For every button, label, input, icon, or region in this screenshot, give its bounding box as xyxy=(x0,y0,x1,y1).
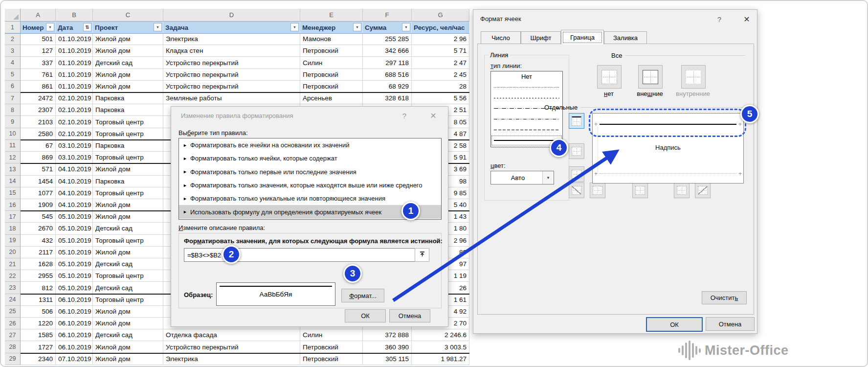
cell-F4[interactable]: 297 118 xyxy=(363,57,412,69)
cell-B10[interactable]: 02.10.2019 xyxy=(56,128,93,140)
cell-A9[interactable]: 2103 xyxy=(21,116,56,128)
cancel-button[interactable]: Отмена xyxy=(706,317,755,331)
row-number-21[interactable]: 21 xyxy=(5,258,21,270)
border-toggle-inner-vertical[interactable] xyxy=(632,183,648,198)
cell-A15[interactable]: 1077 xyxy=(21,187,56,199)
cell-B24[interactable]: 06.10.2019 xyxy=(56,294,93,306)
cancel-button[interactable]: Отмена xyxy=(389,309,430,322)
row-number-20[interactable]: 20 xyxy=(5,247,21,258)
filter-button-A[interactable]: ▼ xyxy=(46,23,54,31)
cell-A4[interactable]: 337 xyxy=(21,57,56,69)
cell-C2[interactable]: Жилой дом xyxy=(93,33,163,45)
cell-A13[interactable]: 571 xyxy=(21,163,56,175)
header-cell-F[interactable]: Сумма▼ xyxy=(363,22,412,33)
cell-A2[interactable]: 501 xyxy=(21,33,56,45)
cell-B21[interactable]: 05.10.2019 xyxy=(56,258,93,270)
filter-button-F[interactable]: ▼ xyxy=(402,23,410,31)
cell-B2[interactable]: 01.10.2019 xyxy=(56,33,93,45)
row-number-14[interactable]: 14 xyxy=(5,176,21,187)
column-letter-A[interactable]: A xyxy=(21,9,56,22)
filter-button-D[interactable]: ▼ xyxy=(290,23,299,31)
row-number-13[interactable]: 13 xyxy=(5,163,21,175)
cell-A10[interactable]: 2580 xyxy=(21,128,56,140)
help-icon[interactable]: ? xyxy=(397,112,412,120)
cell-A14[interactable]: 1454 xyxy=(21,176,56,187)
cell-C7[interactable]: Парковка xyxy=(93,92,163,104)
color-dropdown[interactable]: Авто ▼ xyxy=(490,171,554,184)
filter-button-E[interactable]: ▼ xyxy=(353,23,361,31)
border-toggle-diagonal-down[interactable] xyxy=(695,183,711,198)
cell-F5[interactable]: 688 516 xyxy=(363,69,412,81)
cell-E29[interactable]: Петровский xyxy=(300,353,363,365)
row-number-19[interactable]: 19 xyxy=(5,235,21,247)
cell-C16[interactable]: Жилой дом xyxy=(93,199,163,211)
cell-E28[interactable]: Петровский xyxy=(300,341,363,353)
border-toggle-right[interactable] xyxy=(674,183,690,198)
formula-input[interactable]: =$B3<>$B2 xyxy=(184,248,421,262)
cell-C10[interactable]: Торговый центр xyxy=(93,128,163,140)
cell-B3[interactable]: 01.10.2019 xyxy=(56,45,93,57)
cell-G3[interactable]: 5 71 xyxy=(412,45,469,57)
cell-E3[interactable]: Петровский xyxy=(300,45,363,57)
cell-B14[interactable]: 04.10.2019 xyxy=(56,176,93,187)
cell-B13[interactable]: 04.10.2019 xyxy=(56,163,93,175)
cell-D7[interactable]: Земляные работы xyxy=(163,92,300,104)
cell-C8[interactable]: Парковка xyxy=(93,104,163,116)
cell-A8[interactable]: 2307 xyxy=(21,104,56,116)
cell-C9[interactable]: Торговый центр xyxy=(93,116,163,128)
cell-G5[interactable]: 2 45 xyxy=(412,69,469,81)
row-number-26[interactable]: 26 xyxy=(5,318,21,329)
cell-C21[interactable]: Детский сад xyxy=(93,258,163,270)
cell-C25[interactable]: Жилой дом xyxy=(93,306,163,318)
cell-B11[interactable]: 03.10.2019 xyxy=(56,140,93,152)
cell-A16[interactable]: 1909 xyxy=(21,199,56,211)
header-cell-C[interactable]: Проект▼ xyxy=(93,22,163,33)
rule-type-item-4[interactable]: ►Форматировать только значения, которые … xyxy=(179,179,441,192)
row-number-3[interactable]: 3 xyxy=(5,45,21,57)
cell-D4[interactable]: Устройство перекрытий xyxy=(163,57,300,69)
cell-F29[interactable]: 305 115 xyxy=(363,353,412,365)
cell-A20[interactable]: 2117 xyxy=(21,247,56,258)
ok-button[interactable]: ОК xyxy=(345,309,386,322)
cell-F3[interactable]: 342 666 xyxy=(363,45,412,57)
row-number-10[interactable]: 10 xyxy=(5,128,21,140)
cell-B4[interactable]: 01.10.2019 xyxy=(56,57,93,69)
cell-B7[interactable]: 02.10.2019 xyxy=(56,92,93,104)
cell-A7[interactable]: 2472 xyxy=(21,92,56,104)
row-number-2[interactable]: 2 xyxy=(5,33,21,45)
cell-G7[interactable]: 5 56 xyxy=(412,92,469,104)
column-letter-F[interactable]: F xyxy=(363,9,412,22)
column-letter-D[interactable]: D xyxy=(163,9,300,22)
help-icon[interactable]: ? xyxy=(712,15,727,23)
cell-B19[interactable]: 05.10.2019 xyxy=(56,235,93,247)
row-number-9[interactable]: 9 xyxy=(5,116,21,128)
cell-B17[interactable]: 05.10.2019 xyxy=(56,211,93,223)
cell-A23[interactable]: 812 xyxy=(21,282,56,294)
row-number-27[interactable]: 27 xyxy=(5,329,21,341)
cell-B20[interactable]: 05.10.2019 xyxy=(56,247,93,258)
column-letter-G[interactable]: G xyxy=(412,9,469,22)
cell-B9[interactable]: 02.10.2019 xyxy=(56,116,93,128)
cell-F28[interactable]: 360 390 xyxy=(363,341,412,353)
row-number-7[interactable]: 7 xyxy=(5,92,21,104)
cell-D5[interactable]: Устройство перекрытий xyxy=(163,69,300,81)
cell-G2[interactable]: 2 96 xyxy=(412,33,469,45)
cell-C6[interactable]: Жилой дом xyxy=(93,81,163,92)
row-number-6[interactable]: 6 xyxy=(5,81,21,92)
cell-D29[interactable]: Электрика xyxy=(163,353,300,365)
row-number-12[interactable]: 12 xyxy=(5,152,21,163)
cell-C23[interactable]: Детский сад xyxy=(93,282,163,294)
line-style-dashed-small[interactable] xyxy=(491,92,562,103)
column-letter-B[interactable]: B xyxy=(56,9,93,22)
row-number-29[interactable]: 29 xyxy=(5,353,21,365)
cell-C20[interactable]: Жилой дом xyxy=(93,247,163,258)
row-number-8[interactable]: 8 xyxy=(5,104,21,116)
rule-type-item-1[interactable]: ►Форматировать все ячейки на основании и… xyxy=(179,138,441,152)
cell-B26[interactable]: 06.10.2019 xyxy=(56,318,93,329)
column-letter-C[interactable]: C xyxy=(93,9,163,22)
border-preset-inside[interactable] xyxy=(681,65,706,89)
cell-A12[interactable]: 869 xyxy=(21,152,56,163)
cell-E5[interactable]: Петровский xyxy=(300,69,363,81)
row-number-22[interactable]: 22 xyxy=(5,270,21,282)
cell-E2[interactable]: Мамонов xyxy=(300,33,363,45)
